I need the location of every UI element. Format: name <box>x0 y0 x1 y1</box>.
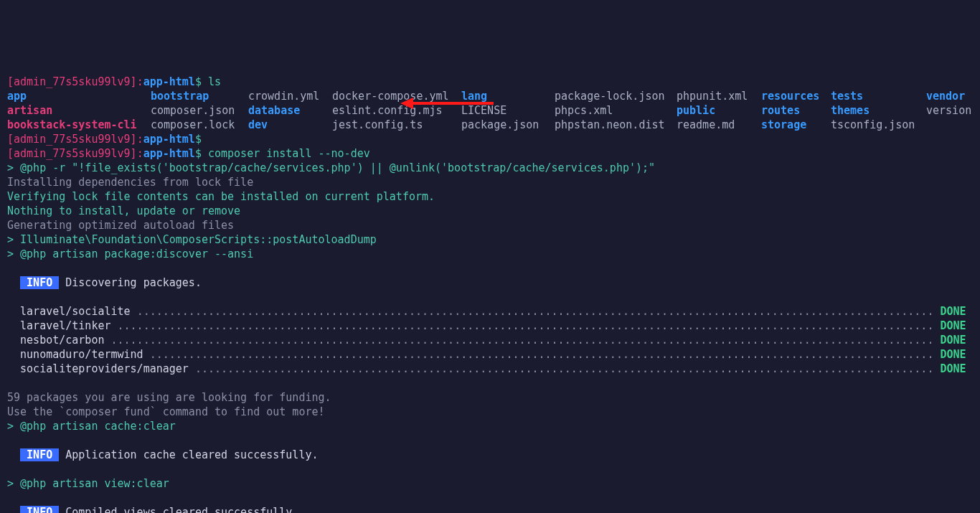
ls-entry: tests <box>831 89 926 103</box>
terminal[interactable]: [admin_77s5sku99lv9]:app-html$ ls appboo… <box>0 72 980 513</box>
ls-entry: vendor <box>926 89 976 103</box>
ls-entry: themes <box>831 103 926 118</box>
info-text: Application cache cleared successfully. <box>59 448 318 461</box>
package-line: socialiteproviders/manager .............… <box>7 362 966 375</box>
prompt-user: admin_77s5sku99lv9 <box>14 75 131 88</box>
ls-entry: package-lock.json <box>555 89 677 103</box>
ls-entry: app <box>7 89 151 103</box>
ls-entry: lang <box>461 89 555 103</box>
package-line: laravel/socialite ......................… <box>7 305 966 318</box>
package-line: nunomaduro/termwind ....................… <box>7 348 966 361</box>
cmd-ls: ls <box>208 75 221 88</box>
info-badge: INFO <box>20 506 59 513</box>
output-line: > @php artisan package:discover --ansi <box>7 248 253 260</box>
output-line: Generating optimized autoload files <box>7 219 234 232</box>
ls-entry: public <box>677 103 761 118</box>
ls-entry: readme.md <box>677 118 761 132</box>
ls-entry: tsconfig.json <box>831 118 926 132</box>
info-badge: INFO <box>20 448 59 461</box>
prompt-dollar: $ <box>195 75 202 88</box>
ls-entry: composer.json <box>151 103 248 118</box>
info-badge: INFO <box>20 276 59 289</box>
dots: ........................................… <box>137 305 934 318</box>
output-line: > @php artisan view:clear <box>7 477 169 490</box>
ls-entry: storage <box>761 118 831 132</box>
info-text: Compiled views cleared successfully. <box>59 506 298 513</box>
output-line: > @php artisan cache:clear <box>7 420 176 433</box>
ls-entry <box>926 118 976 132</box>
output-line: > Illuminate\Foundation\ComposerScripts:… <box>7 233 377 246</box>
bracket-close: ] <box>131 75 137 88</box>
ls-entry: bookstack-system-cli <box>7 118 151 132</box>
output-line: Verifying lock file contents can be inst… <box>7 190 435 203</box>
prompt-line: [admin_77s5sku99lv9]:app-html$ <box>7 133 202 146</box>
ls-entry: eslint.config.mjs <box>332 103 461 118</box>
output-line: Use the `composer fund` command to find … <box>7 405 325 418</box>
ls-entry: phpcs.xml <box>555 103 677 118</box>
ls-entry: composer.lock <box>151 118 248 132</box>
dots: ........................................… <box>195 362 934 375</box>
output-line: > @php -r "!file_exists('bootstrap/cache… <box>7 161 655 174</box>
ls-entry: package.json <box>461 118 555 132</box>
ls-entry: dev <box>248 118 332 132</box>
ls-entry: phpunit.xml <box>677 89 761 103</box>
ls-entry: LICENSE <box>461 103 555 118</box>
package-line: nesbot/carbon ..........................… <box>7 334 966 347</box>
ls-entry: artisan <box>7 103 151 118</box>
ls-entry: database <box>248 103 332 118</box>
output-line: 59 packages you are using are looking fo… <box>7 391 331 404</box>
prompt-cwd: app-html <box>143 75 195 88</box>
ls-entry: version <box>926 103 976 118</box>
dots: ........................................… <box>111 334 934 347</box>
prompt-line: [admin_77s5sku99lv9]:app-html$ composer … <box>7 147 370 160</box>
info-text: Discovering packages. <box>59 276 202 289</box>
ls-output: appbootstrapcrowdin.ymldocker-compose.ym… <box>7 89 973 132</box>
ls-entry: routes <box>761 103 831 118</box>
ls-entry: docker-compose.yml <box>332 89 461 103</box>
ls-entry: resources <box>761 89 831 103</box>
dots: ........................................… <box>118 319 934 332</box>
output-line: Nothing to install, update or remove <box>7 204 240 217</box>
prompt-line: [admin_77s5sku99lv9]:app-html$ ls <box>7 75 221 88</box>
dots: ........................................… <box>150 348 934 361</box>
ls-entry: bootstrap <box>151 89 248 103</box>
output-line: Installing dependencies from lock file <box>7 176 253 189</box>
prompt-colon: : <box>137 75 143 88</box>
bracket-open: [ <box>7 75 14 88</box>
package-line: laravel/tinker .........................… <box>7 319 966 332</box>
ls-entry: crowdin.yml <box>248 89 332 103</box>
cmd-composer-install: composer install --no-dev <box>208 147 370 160</box>
ls-entry: phpstan.neon.dist <box>555 118 677 132</box>
ls-entry: jest.config.ts <box>332 118 461 132</box>
